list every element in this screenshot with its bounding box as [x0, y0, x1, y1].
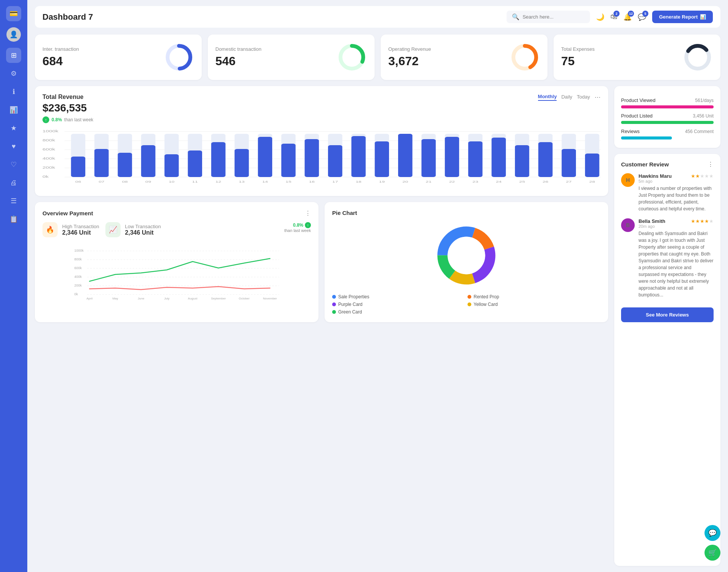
payment-card: Overview Payment ⋮ 🔥 High Transaction 2,… [35, 202, 318, 322]
payment-stats: 🔥 High Transaction 2,346 Unit 📈 Low Tran… [42, 222, 311, 242]
review-text-0: I viewed a number of properties with Jus… [639, 185, 714, 212]
stars-0: ★★★★★ [691, 173, 714, 179]
svg-text:06: 06 [75, 180, 81, 183]
tab-monthly[interactable]: Monthly [538, 94, 557, 101]
svg-rect-42 [235, 149, 249, 177]
svg-text:08: 08 [122, 180, 128, 183]
see-more-reviews-button[interactable]: See More Reviews [621, 307, 714, 322]
legend-dot-purple [332, 302, 336, 306]
sidebar-item-dashboard[interactable]: ⊞ [6, 48, 21, 63]
donut-1 [337, 42, 367, 72]
stat-card-operating-revenue: Operating Revenue 3,672 [381, 34, 548, 80]
svg-point-115 [448, 237, 485, 274]
review-card: Customer Review ⋮ H Hawkins Maru 5m ago … [614, 154, 720, 566]
metric-product-listed: Product Listed 3,456 Unit [621, 113, 714, 124]
metric-row-listed: Product Listed 3,456 Unit [621, 113, 714, 119]
sidebar-item-list[interactable]: 📋 [6, 212, 21, 227]
svg-text:200k: 200k [42, 166, 55, 169]
svg-rect-69 [445, 137, 459, 177]
svg-text:600k: 600k [42, 147, 55, 151]
search-input[interactable] [522, 14, 585, 20]
search-bar[interactable]: 🔍 [507, 11, 590, 23]
stats-row: Inter. transaction 684 Domestic transact… [35, 34, 720, 80]
low-tx-value: 2,346 Unit [125, 229, 161, 236]
legend-rented-prop: Rented Prop [468, 294, 601, 299]
sidebar-logo[interactable]: 💳 [6, 6, 21, 21]
pie-legend: Sale Properties Rented Prop Purple Card [332, 294, 601, 315]
metric-value-listed: 3,456 Unit [693, 113, 714, 119]
revenue-info: Total Revenue $236,535 ↑ 0.8% than last … [42, 94, 93, 123]
search-icon: 🔍 [512, 13, 519, 20]
svg-text:14: 14 [262, 180, 268, 183]
arrow-up-icon: ↑ [42, 116, 49, 123]
svg-rect-27 [118, 153, 132, 177]
stat-card-inter-transaction: Inter. transaction 684 [35, 34, 202, 80]
svg-rect-81 [538, 142, 553, 177]
sidebar-item-heart[interactable]: ♥ [6, 139, 21, 154]
sidebar-item-heart2[interactable]: ♡ [6, 157, 21, 172]
metric-reviews: Reviews 456 Comment [621, 129, 714, 139]
high-tx-info: High Transaction 2,346 Unit [62, 224, 99, 236]
tab-today[interactable]: Today [577, 94, 590, 100]
notifications-shopping[interactable]: 🛍 2 [610, 13, 617, 21]
svg-text:800k: 800k [42, 138, 55, 142]
svg-rect-66 [422, 139, 436, 177]
svg-text:August: August [188, 297, 198, 300]
sidebar-item-menu[interactable]: ☰ [6, 193, 21, 208]
sidebar-item-settings[interactable]: ⚙ [6, 66, 21, 81]
svg-text:0k: 0k [42, 175, 49, 179]
revenue-card: Total Revenue $236,535 ↑ 0.8% than last … [35, 86, 608, 196]
avatar[interactable]: 👤 [6, 27, 21, 42]
svg-rect-78 [515, 145, 529, 177]
float-chat-button[interactable]: 💬 [704, 525, 720, 541]
sidebar-item-star[interactable]: ★ [6, 121, 21, 136]
payment-change: 0.8% ↑ than last week [284, 222, 311, 242]
progress-listed [621, 121, 714, 124]
revenue-title: Total Revenue [42, 94, 93, 100]
svg-rect-54 [328, 145, 342, 177]
svg-rect-21 [71, 157, 85, 177]
theme-icon[interactable]: 🌙 [596, 13, 604, 21]
low-transaction: 📈 Low Transaction 2,346 Unit [105, 222, 161, 237]
legend-yellow-card: Yellow Card [468, 302, 601, 307]
sidebar-item-info[interactable]: ℹ [6, 84, 21, 99]
svg-text:May: May [112, 297, 118, 300]
tab-daily[interactable]: Daily [561, 94, 572, 100]
metrics-card: Product Viewed 561/days Product Listed 3… [614, 86, 720, 148]
svg-rect-33 [165, 154, 179, 177]
svg-rect-39 [211, 142, 226, 177]
stat-value-1: 546 [215, 54, 261, 68]
metric-value-reviews: 456 Comment [685, 129, 714, 134]
svg-text:July: July [164, 297, 169, 300]
revenue-change-text: than last week [64, 117, 93, 122]
svg-text:400k: 400k [74, 275, 82, 279]
svg-rect-87 [585, 154, 599, 177]
payment-more-icon[interactable]: ⋮ [305, 210, 311, 217]
stat-label-0: Inter. transaction [42, 46, 79, 52]
svg-text:1000k: 1000k [42, 129, 59, 133]
review-more-icon[interactable]: ⋮ [708, 161, 714, 168]
low-tx-label: Low Transaction [125, 224, 161, 229]
svg-text:19: 19 [379, 180, 385, 183]
notifications-bell[interactable]: 🔔 12 [623, 13, 632, 21]
sidebar-item-analytics[interactable]: 📊 [6, 102, 21, 118]
more-options-icon[interactable]: ⋯ [595, 94, 601, 101]
sidebar-item-print[interactable]: 🖨 [6, 175, 21, 190]
svg-rect-48 [281, 144, 296, 177]
svg-text:0k: 0k [74, 292, 78, 296]
svg-rect-24 [94, 149, 109, 177]
generate-report-button[interactable]: Generate Report 📊 [652, 11, 713, 23]
legend-green-card: Green Card [332, 309, 465, 315]
svg-text:800k: 800k [74, 257, 82, 261]
payment-change-pct: 0.8% [293, 223, 303, 228]
payment-arrow-icon: ↑ [305, 222, 311, 228]
review-header: Customer Review ⋮ [621, 161, 714, 168]
notifications-chat[interactable]: 💬 5 [638, 13, 646, 21]
payment-change-text: than last week [284, 228, 311, 233]
high-transaction: 🔥 High Transaction 2,346 Unit [42, 222, 99, 237]
float-cart-button[interactable]: 🛒 [704, 545, 720, 561]
stat-label-1: Domestic transaction [215, 46, 261, 52]
payment-header: Overview Payment ⋮ [42, 210, 311, 217]
stars-1: ★★★★★ [691, 218, 714, 224]
progress-reviews [621, 136, 672, 139]
